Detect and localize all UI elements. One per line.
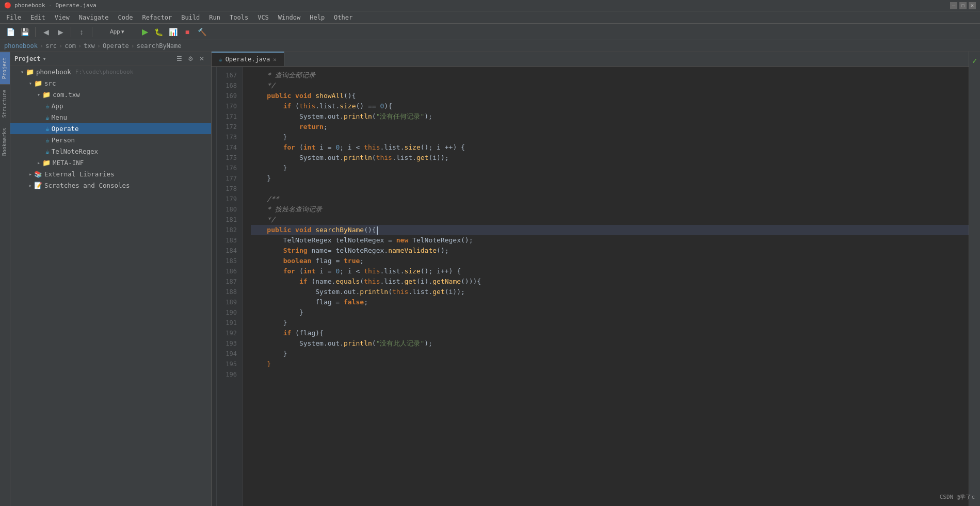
menu-view[interactable]: View xyxy=(51,13,74,22)
close-button[interactable]: ✕ xyxy=(969,2,976,9)
breadcrumb-part-3[interactable]: com xyxy=(65,42,76,50)
toolbar-separator-1 xyxy=(35,27,36,37)
right-panels: ✓ xyxy=(969,52,980,506)
line-num: 196 xyxy=(217,369,242,380)
folder-icon: 📁 xyxy=(42,91,51,99)
code-span xyxy=(251,204,267,215)
back-button[interactable]: ◀ xyxy=(40,26,52,38)
gutter-line xyxy=(212,242,216,253)
code-span: ( xyxy=(372,338,376,349)
tree-item-app[interactable]: ☕ App xyxy=(10,100,211,111)
debug-button[interactable]: 🐛 xyxy=(152,26,165,38)
run-button[interactable]: ▶ xyxy=(140,27,150,37)
code-span: for xyxy=(283,266,295,276)
breadcrumb-part-4[interactable]: txw xyxy=(84,42,95,50)
tab-label: Operate.java xyxy=(226,56,270,63)
forward-button[interactable]: ▶ xyxy=(54,26,67,38)
code-span xyxy=(311,225,315,235)
title-bar-controls[interactable]: ─ □ ✕ xyxy=(950,2,976,9)
gutter-line xyxy=(212,201,216,211)
tree-item-operate[interactable]: ☕ Operate xyxy=(10,123,211,134)
java-icon: ☕ xyxy=(45,102,50,110)
menu-tools[interactable]: Tools xyxy=(226,13,252,22)
line-num: 168 xyxy=(217,80,242,91)
maximize-button[interactable]: □ xyxy=(959,2,967,9)
java-icon: ☕ xyxy=(45,136,50,144)
close-sidebar-button[interactable]: ✕ xyxy=(197,54,207,64)
run-config-dropdown[interactable]: App ▾ xyxy=(97,26,138,38)
collapse-all-button[interactable]: ☰ xyxy=(174,54,184,64)
project-dropdown-icon[interactable]: ▾ xyxy=(43,55,46,62)
minimize-button[interactable]: ─ xyxy=(950,2,957,9)
menu-file[interactable]: File xyxy=(2,13,25,22)
project-tab[interactable]: Project xyxy=(0,52,10,84)
tree-item-phonebook[interactable]: ▾ 📁 phonebook F:\code\phonebook xyxy=(10,66,211,77)
menu-run[interactable]: Run xyxy=(205,13,224,22)
tree-item-person[interactable]: ☕ Person xyxy=(10,134,211,145)
code-line-196 xyxy=(251,369,969,380)
breadcrumb-part-1[interactable]: phonebook xyxy=(4,42,38,50)
tree-item-src[interactable]: ▾ 📁 src xyxy=(10,77,211,89)
menu-help[interactable]: Help xyxy=(306,13,329,22)
menu-edit[interactable]: Edit xyxy=(26,13,50,22)
menu-refactor[interactable]: Refactor xyxy=(138,13,176,22)
gutter-line xyxy=(212,129,216,139)
folder-icon: 📁 xyxy=(42,159,51,167)
code-span: ( xyxy=(388,287,392,297)
tree-item-menu[interactable]: ☕ Menu xyxy=(10,111,211,123)
code-span: } xyxy=(251,163,287,173)
menu-build[interactable]: Build xyxy=(177,13,204,22)
menu-navigate[interactable]: Navigate xyxy=(75,13,113,22)
tree-item-extlibs[interactable]: ▸ 📚 External Libraries xyxy=(10,168,211,179)
menu-other[interactable]: Other xyxy=(330,13,357,22)
tab-close-button[interactable]: ✕ xyxy=(273,56,277,63)
code-span: .list. xyxy=(380,142,405,153)
gutter-line xyxy=(212,346,216,356)
code-span: true xyxy=(344,256,360,266)
breadcrumb-part-5[interactable]: Operate xyxy=(103,42,129,50)
code-span xyxy=(251,328,283,338)
code-span: new xyxy=(396,235,408,246)
save-button[interactable]: 💾 xyxy=(19,26,31,38)
code-line-180: * 按姓名查询记录 xyxy=(251,204,969,215)
title-bar: 🔴 phonebook - Operate.java ─ □ ✕ xyxy=(0,0,980,11)
menu-window[interactable]: Window xyxy=(274,13,304,22)
run-with-coverage[interactable]: 📊 xyxy=(167,26,179,38)
code-span: System.out. xyxy=(251,153,344,163)
menu-code[interactable]: Code xyxy=(114,13,137,22)
code-span: flag = xyxy=(251,297,344,307)
gutter-line xyxy=(212,139,216,150)
build-button[interactable]: 🔨 xyxy=(196,26,208,38)
bookmarks-tab[interactable]: Bookmarks xyxy=(0,123,10,161)
structure-tab[interactable]: Structure xyxy=(0,84,10,123)
code-span: boolean xyxy=(283,256,312,266)
line-num: 179 xyxy=(217,194,242,204)
tab-operate-java[interactable]: ☕ Operate.java ✕ xyxy=(212,52,284,66)
breadcrumb-part-2[interactable]: src xyxy=(45,42,57,50)
line-num: 187 xyxy=(217,276,242,287)
code-span xyxy=(291,91,295,101)
scratch-icon: 📝 xyxy=(34,182,42,189)
code-line-173: } xyxy=(251,132,969,142)
tree-item-metainf[interactable]: ▸ 📁 META-INF xyxy=(10,157,211,168)
code-content[interactable]: * 查询全部记录 */ public void showAll(){ if (t… xyxy=(243,67,969,506)
settings-button[interactable]: ⚙ xyxy=(185,54,196,64)
tree-label: src xyxy=(44,79,56,87)
code-span xyxy=(251,215,267,225)
code-span: */ xyxy=(251,80,275,91)
line-num: 172 xyxy=(217,122,242,132)
code-span xyxy=(251,142,283,153)
code-span: println xyxy=(344,153,372,163)
menu-vcs[interactable]: VCS xyxy=(253,13,273,22)
git-button[interactable]: ↕ xyxy=(75,26,88,38)
line-num: 171 xyxy=(217,111,242,122)
tree-item-scratches[interactable]: ▸ 📝 Scratches and Consoles xyxy=(10,179,211,191)
tree-label: com.txw xyxy=(53,91,80,99)
stop-button[interactable]: ■ xyxy=(181,26,194,38)
breadcrumb-part-6[interactable]: searchByName xyxy=(137,42,182,50)
tree-item-comtxw[interactable]: ▾ 📁 com.txw xyxy=(10,89,211,100)
java-icon: ☕ xyxy=(45,125,50,133)
code-line-194: } xyxy=(251,349,969,359)
tree-item-telnoteregex[interactable]: ☕ TelNoteRegex xyxy=(10,145,211,157)
new-file-button[interactable]: 📄 xyxy=(4,26,17,38)
